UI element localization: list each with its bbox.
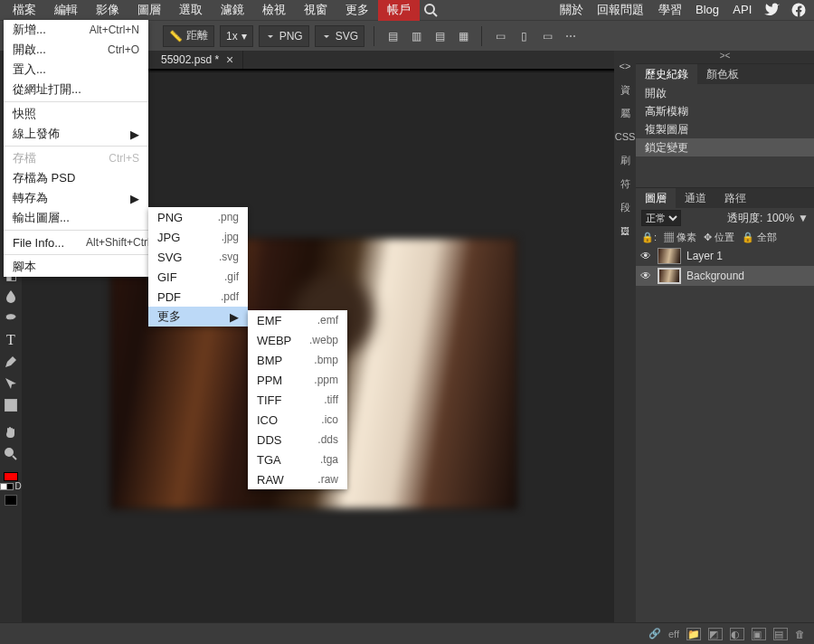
status-newlayer-icon[interactable]: ▤ (773, 628, 788, 640)
zoom-select[interactable]: 1x ▾ (220, 25, 253, 47)
status-chain-icon[interactable]: 🔗 (648, 628, 661, 639)
collapse-icon[interactable]: >< (636, 51, 814, 63)
close-icon[interactable]: × (226, 52, 233, 67)
history-row[interactable]: 開啟 (636, 84, 814, 102)
layers-tab[interactable]: 圖層 (636, 188, 676, 208)
link-bug[interactable]: 回報問題 (597, 3, 644, 16)
strip-info-icon[interactable]: 資 (615, 80, 635, 99)
export-tga[interactable]: TGA.tga (248, 450, 347, 469)
export-raw[interactable]: RAW.raw (248, 469, 347, 489)
export-gif[interactable]: GIF.gif (148, 267, 248, 287)
strip-char-icon[interactable]: 符 (615, 174, 635, 194)
align-hcenter-icon[interactable]: ▥ (407, 27, 425, 45)
layer-row[interactable]: 👁 Background (636, 266, 814, 286)
link-about[interactable]: 關於 (560, 3, 583, 16)
hand-tool-icon[interactable] (0, 421, 22, 443)
twitter-icon[interactable] (761, 4, 784, 16)
menu-view[interactable]: 檢視 (253, 0, 295, 21)
menu-item-script[interactable]: 腳本 (4, 257, 148, 277)
export-svg-button[interactable]: SVG (315, 25, 364, 47)
dist-v-icon[interactable]: ▯ (515, 27, 533, 45)
menu-more[interactable]: 更多 (336, 0, 378, 21)
menu-item-export-layers[interactable]: 輸出圖層... (4, 208, 148, 228)
menu-item-place[interactable]: 置入... (4, 60, 148, 80)
history-row[interactable]: 高斯模糊 (636, 102, 814, 120)
export-bmp[interactable]: BMP.bmp (248, 350, 347, 370)
lock-pixels[interactable]: ▦ 像素 (664, 231, 696, 244)
history-row[interactable]: 鎖定變更 (636, 138, 814, 156)
strip-code-icon[interactable]: <> (615, 56, 635, 76)
export-more[interactable]: 更多▶ (148, 307, 248, 327)
background-color-swatch[interactable] (5, 495, 17, 506)
menu-edit[interactable]: 編輯 (45, 0, 87, 21)
distance-button[interactable]: 📏 距離 (163, 25, 214, 47)
lock-all[interactable]: 🔒 全部 (742, 231, 777, 244)
menu-filter[interactable]: 濾鏡 (212, 0, 253, 21)
history-row[interactable]: 複製圖層 (636, 120, 814, 138)
menu-item-file-info[interactable]: File Info...Alt+Shift+Ctrl+I (4, 232, 148, 252)
channels-tab[interactable]: 通道 (676, 188, 715, 208)
layer-name[interactable]: Background (686, 270, 744, 282)
status-trash-icon[interactable]: 🗑 (795, 629, 805, 639)
menu-item-snapshot[interactable]: 快照 (4, 104, 148, 124)
export-pdf[interactable]: PDF.pdf (148, 287, 248, 307)
strip-para-icon[interactable]: 段 (615, 197, 635, 217)
link-blog[interactable]: Blog (696, 3, 719, 16)
layer-row[interactable]: 👁 Layer 1 (636, 246, 814, 266)
align-left-icon[interactable]: ▤ (383, 27, 402, 45)
status-mask2-icon[interactable]: ▣ (752, 628, 766, 640)
export-dds[interactable]: DDS.dds (248, 430, 347, 450)
export-webp[interactable]: WEBP.webp (248, 330, 347, 350)
history-tab[interactable]: 歷史紀錄 (636, 64, 697, 84)
blur-tool-icon[interactable] (0, 286, 22, 308)
search-icon[interactable] (423, 3, 438, 17)
menu-image[interactable]: 影像 (87, 0, 128, 21)
export-tiff[interactable]: TIFF.tiff (248, 390, 347, 410)
link-learn[interactable]: 學習 (658, 3, 682, 16)
menu-item-save-psd[interactable]: 存檔為 PSD (4, 168, 148, 188)
export-png[interactable]: PNG.png (148, 207, 248, 227)
menu-item-publish[interactable]: 線上發佈▶ (4, 124, 148, 144)
lasso-tool-icon[interactable] (0, 308, 22, 329)
layer-name[interactable]: Layer 1 (686, 250, 723, 262)
visibility-icon[interactable]: 👁 (639, 270, 652, 282)
swatches-tab[interactable]: 顏色板 (697, 64, 748, 84)
strip-props-icon[interactable]: 屬 (615, 103, 635, 123)
opacity-value[interactable]: 100% (766, 212, 794, 224)
dist-h-icon[interactable]: ▭ (491, 27, 509, 45)
strip-css-icon[interactable]: CSS (615, 127, 635, 147)
export-emf[interactable]: EMF.emf (248, 310, 347, 330)
strip-brush-icon[interactable]: 刷 (615, 150, 635, 170)
text-tool-icon[interactable]: T (0, 329, 22, 351)
export-ppm[interactable]: PPM.ppm (248, 370, 347, 390)
status-mask-icon[interactable]: ◩ (708, 628, 723, 640)
paths-tab[interactable]: 路徑 (715, 188, 755, 208)
chevron-down-icon[interactable]: ▼ (798, 212, 809, 224)
foreground-color-swatch[interactable] (4, 472, 18, 481)
visibility-icon[interactable]: 👁 (639, 250, 652, 262)
facebook-icon[interactable] (787, 4, 810, 16)
status-folder-icon[interactable]: 📁 (686, 628, 701, 640)
link-api[interactable]: API (733, 3, 752, 16)
menu-item-export-as[interactable]: 轉存為▶ (4, 188, 148, 208)
shape-tool-icon[interactable] (0, 394, 22, 416)
menu-select[interactable]: 選取 (170, 0, 212, 21)
path-tool-icon[interactable] (0, 373, 22, 394)
status-adjust-icon[interactable]: ◐ (730, 628, 744, 640)
menu-item-new[interactable]: 新增...Alt+Ctrl+N (4, 20, 148, 40)
menu-item-open[interactable]: 開啟...Ctrl+O (4, 40, 148, 60)
zoom-tool-icon[interactable] (0, 443, 22, 465)
default-colors-icon[interactable] (0, 483, 14, 490)
align-top-icon[interactable]: ▦ (454, 27, 472, 45)
menu-file[interactable]: 檔案 (4, 0, 45, 21)
export-png-button[interactable]: PNG (259, 25, 309, 47)
pen-tool-icon[interactable] (0, 351, 22, 373)
menu-account[interactable]: 帳戶 (378, 0, 420, 21)
dist-space-icon[interactable]: ▭ (538, 27, 556, 45)
export-svg[interactable]: SVG.svg (148, 247, 248, 267)
align-right-icon[interactable]: ▤ (431, 27, 449, 45)
lock-position[interactable]: ✥ 位置 (704, 231, 734, 244)
export-jpg[interactable]: JPG.jpg (148, 227, 248, 247)
export-ico[interactable]: ICO.ico (248, 410, 347, 430)
blend-mode-select[interactable]: 正常 (641, 210, 681, 226)
